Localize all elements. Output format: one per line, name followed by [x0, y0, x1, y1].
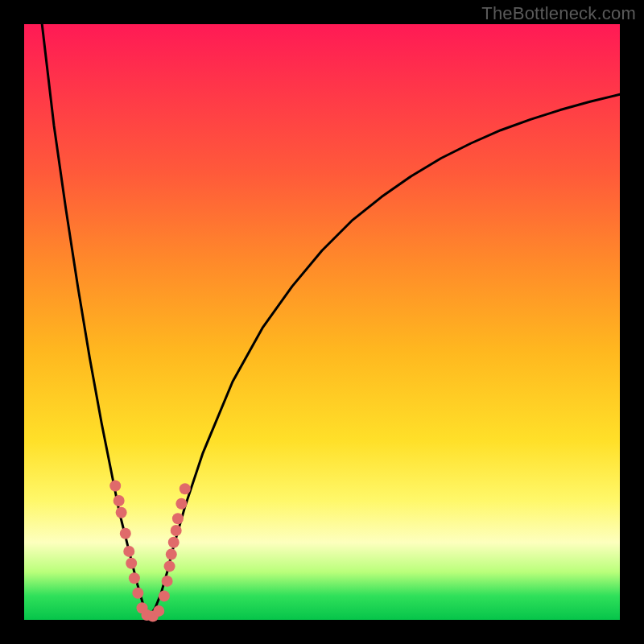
marker-dot — [171, 525, 182, 536]
marker-dots — [109, 481, 191, 622]
marker-dot — [180, 483, 191, 494]
watermark-text: TheBottleneck.com — [481, 3, 636, 24]
marker-dot — [159, 590, 170, 601]
marker-dot — [120, 528, 131, 539]
marker-dot — [132, 588, 143, 599]
marker-dot — [153, 605, 164, 617]
curve-left — [42, 24, 149, 617]
marker-dot — [116, 507, 127, 518]
chart-frame: TheBottleneck.com — [0, 0, 644, 644]
marker-dot — [166, 549, 177, 560]
marker-dot — [123, 546, 134, 557]
plot-area — [24, 24, 620, 620]
marker-dot — [172, 513, 184, 524]
marker-dot — [126, 558, 137, 569]
curves-svg — [24, 24, 620, 620]
marker-dot — [109, 481, 121, 492]
marker-dot — [162, 576, 173, 587]
marker-dot — [114, 495, 125, 506]
marker-dot — [175, 498, 187, 510]
marker-dot — [129, 572, 140, 584]
curve-right — [149, 94, 620, 617]
marker-dot — [168, 537, 180, 548]
marker-dot — [164, 560, 175, 572]
